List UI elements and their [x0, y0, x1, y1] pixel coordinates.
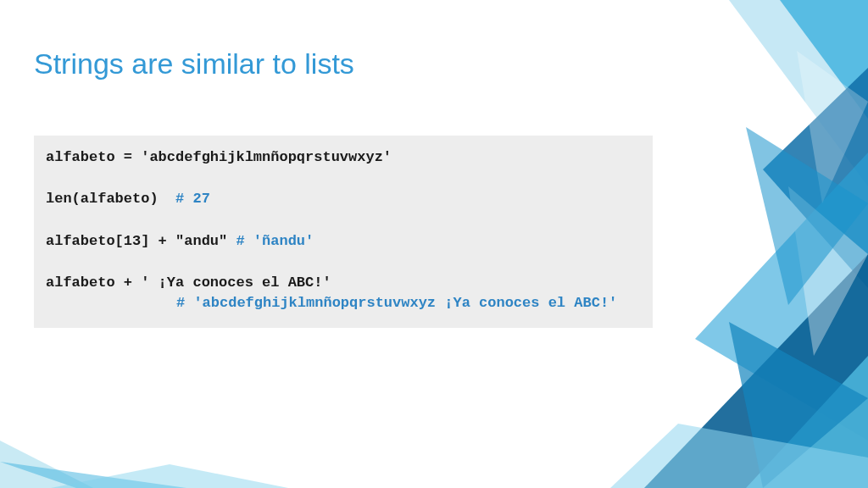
svg-marker-5 — [763, 68, 868, 288]
svg-marker-1 — [0, 462, 186, 488]
svg-marker-7 — [644, 254, 868, 488]
svg-marker-12 — [797, 51, 868, 203]
code-block: alfabeto = 'abcdefghijklmnñopqrstuvwxyz'… — [34, 136, 653, 328]
code-line-3: alfabeto[13] + "andu" — [46, 233, 236, 249]
svg-marker-10 — [729, 322, 868, 488]
code-comment-2: # 27 — [175, 191, 210, 207]
svg-marker-13 — [746, 127, 868, 305]
svg-marker-0 — [0, 441, 93, 488]
code-comment-5: # 'abcdefghijklmnñopqrstuvwxyz ¡Ya conoc… — [176, 295, 617, 311]
slide-title: Strings are similar to lists — [34, 47, 354, 80]
svg-marker-3 — [729, 0, 868, 186]
code-line-4: alfabeto + ' ¡Ya conoces el ABC!' — [46, 274, 331, 291]
code-line-1: alfabeto = 'abcdefghijklmnñopqrstuvwxyz' — [46, 149, 392, 165]
svg-marker-2 — [51, 464, 288, 488]
svg-marker-11 — [610, 424, 868, 488]
svg-marker-9 — [788, 186, 868, 356]
svg-marker-8 — [746, 356, 868, 488]
svg-marker-6 — [695, 152, 868, 441]
svg-marker-4 — [780, 0, 868, 119]
code-comment-3: # 'ñandu' — [236, 233, 314, 249]
code-line-2: len(alfabeto) — [46, 191, 175, 207]
